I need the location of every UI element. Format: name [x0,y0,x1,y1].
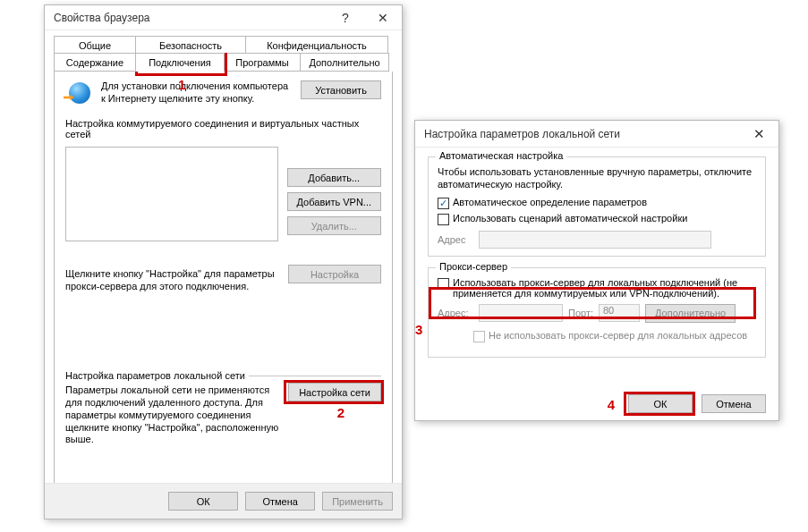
proxy-port-input[interactable]: 80 [599,304,640,322]
use-script-checkbox[interactable] [438,214,449,225]
use-proxy-label: Использовать прокси-сервер для локальных… [453,277,756,299]
dialup-list[interactable] [65,147,278,241]
add-vpn-button[interactable]: Добавить VPN... [287,192,381,211]
globe-icon [65,80,94,109]
auto-config-heading: Автоматическая настройка [436,150,566,161]
proxy-heading: Прокси-сервер [436,261,511,272]
ok-button[interactable]: ОК [628,394,693,413]
add-button[interactable]: Добавить... [287,168,381,187]
ok-button[interactable]: ОК [168,492,238,511]
titlebar[interactable]: Свойства браузера ? ✕ [45,5,402,30]
use-script-label: Использовать сценарий автоматической нас… [453,213,687,224]
auto-config-desc: Чтобы использовать установленные вручную… [438,166,756,191]
dialup-heading: Настройка коммутируемого соединения и ви… [65,118,381,139]
annotation-number-1: 1 [178,77,185,92]
proxy-address-input[interactable] [479,304,563,322]
auto-config-group: Автоматическая настройка Чтобы использов… [428,156,766,257]
tab-privacy[interactable]: Конфиденциальность [245,36,388,54]
internet-properties-dialog: Свойства браузера ? ✕ Общие Безопасность… [44,4,403,519]
use-proxy-checkbox[interactable] [438,278,449,290]
proxy-port-label: Порт: [568,308,593,318]
remove-button[interactable]: Удалить... [287,216,381,235]
proxy-advanced-button[interactable]: Дополнительно [645,304,736,323]
annotation-number-4: 4 [608,397,615,412]
dialup-hint: Щелкните кнопку "Настройка" для параметр… [65,268,280,293]
apply-button[interactable]: Применить [322,492,393,511]
bypass-local-checkbox[interactable] [473,331,485,342]
tab-programs[interactable]: Программы [224,53,301,72]
tab-general[interactable]: Общие [54,36,136,54]
tab-security[interactable]: Безопасность [135,36,246,54]
dialog-footer: ОК Отмена Применить [45,483,402,519]
divider [249,376,381,376]
install-button[interactable]: Установить [301,80,381,99]
script-address-label: Адрес [438,234,473,245]
lan-description: Параметры локальной сети не применяются … [65,384,280,446]
tab-panel-connections: Для установки подключения компьютера к И… [54,72,393,499]
proxy-address-label: Адрес: [438,308,473,318]
dialup-settings-button[interactable]: Настройка [288,265,381,283]
help-button[interactable]: ? [327,5,364,30]
annotation-number-3: 3 [415,322,422,337]
install-description: Для установки подключения компьютера к И… [101,80,293,106]
cancel-button[interactable]: Отмена [702,394,766,413]
lan-settings-button[interactable]: Настройка сети [288,383,381,401]
auto-detect-label: Автоматическое определение параметров [453,197,647,207]
tab-advanced[interactable]: Дополнительно [300,53,389,72]
annotation-number-2: 2 [337,405,344,420]
close-button[interactable]: ✕ [364,5,402,30]
cancel-button[interactable]: Отмена [245,492,315,511]
proxy-group: Прокси-сервер Использовать прокси-сервер… [428,267,766,358]
dialog-title: Свойства браузера [54,12,327,24]
titlebar[interactable]: Настройка параметров локальной сети ✕ [415,121,778,148]
lan-heading: Настройка параметров локальной сети [65,370,245,381]
tab-content[interactable]: Содержание [54,53,136,72]
close-button[interactable]: ✕ [739,121,778,148]
auto-detect-checkbox[interactable] [438,198,449,209]
bypass-local-label: Не использовать прокси-сервер для локаль… [489,330,747,341]
dialog-title: Настройка параметров локальной сети [424,128,739,140]
script-address-input[interactable] [479,231,711,249]
tab-connections[interactable]: Подключения [135,53,225,72]
lan-settings-dialog: Настройка параметров локальной сети ✕ Ав… [414,120,779,421]
